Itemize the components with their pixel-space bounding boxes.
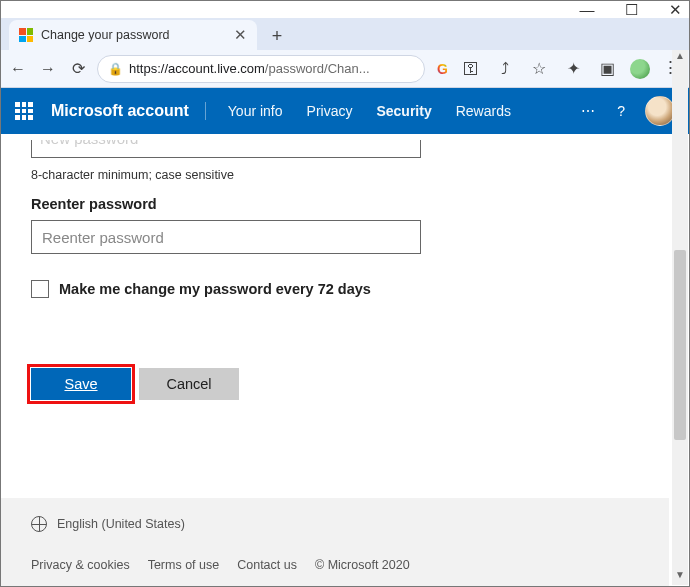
tab-close-icon[interactable]: ✕ [234,26,247,44]
nav-your-info[interactable]: Your info [228,103,283,119]
page-footer: English (United States) Privacy & cookie… [1,498,669,586]
header-nav: Your info Privacy Security Rewards [228,103,563,119]
extensions-icon[interactable]: ✦ [562,58,584,80]
lock-icon: 🔒 [108,62,123,76]
browser-toolbar: ← → ⟳ 🔒 https://account.live.com/passwor… [1,50,689,88]
nav-security[interactable]: Security [376,103,431,119]
reenter-label: Reenter password [31,196,659,212]
nav-more-icon[interactable]: ⋯ [581,103,597,119]
tab-title: Change your password [41,28,226,42]
account-avatar[interactable] [645,96,675,126]
tab-strip: Change your password ✕ + [1,18,689,50]
side-panel-icon[interactable]: ▣ [596,58,618,80]
browser-tab[interactable]: Change your password ✕ [9,20,257,50]
brand-title[interactable]: Microsoft account [51,102,206,120]
url-path: /password/Chan... [265,61,370,76]
footer-link-terms[interactable]: Terms of use [148,558,220,572]
language-selector[interactable]: English (United States) [57,517,185,531]
footer-copyright: © Microsoft 2020 [315,558,410,572]
expire-password-checkbox[interactable] [31,280,49,298]
scroll-up-icon[interactable]: ▲ [672,50,688,66]
url-host: https://account.live.com [129,61,265,76]
window-maximize-button[interactable]: ☐ [623,1,639,19]
expire-password-label: Make me change my password every 72 days [59,281,371,297]
nav-privacy[interactable]: Privacy [307,103,353,119]
save-button[interactable]: Save [31,368,131,400]
footer-link-contact[interactable]: Contact us [237,558,297,572]
microsoft-favicon-icon [19,28,33,42]
cancel-button[interactable]: Cancel [139,368,239,400]
new-password-input-partial[interactable]: New password [31,140,421,158]
new-tab-button[interactable]: + [263,22,291,50]
window-minimize-button[interactable]: — [579,1,595,18]
address-bar[interactable]: 🔒 https://account.live.com/password/Chan… [97,55,425,83]
scroll-thumb[interactable] [674,250,686,440]
globe-icon[interactable] [31,516,47,532]
back-button[interactable]: ← [7,58,29,80]
google-icon[interactable]: G [437,61,448,77]
profile-avatar-icon[interactable] [630,59,650,79]
reload-button[interactable]: ⟳ [67,58,89,80]
app-launcher-icon[interactable] [15,102,33,120]
password-key-icon[interactable]: ⚿ [460,58,482,80]
forward-button[interactable]: → [37,58,59,80]
scroll-down-icon[interactable]: ▼ [672,569,688,585]
share-icon[interactable]: ⤴ [494,58,516,80]
scrollbar[interactable]: ▲ ▼ [672,50,688,585]
page-content: New password 8-character minimum; case s… [1,134,689,514]
toolbar-right: G ⚿ ⤴ ☆ ✦ ▣ ⋮ [433,58,683,80]
window-titlebar: — ☐ ✕ [1,1,689,18]
footer-link-privacy[interactable]: Privacy & cookies [31,558,130,572]
window-close-button[interactable]: ✕ [667,1,683,19]
nav-rewards[interactable]: Rewards [456,103,511,119]
password-hint: 8-character minimum; case sensitive [31,168,659,182]
reenter-password-input[interactable] [31,220,421,254]
bookmark-star-icon[interactable]: ☆ [528,58,550,80]
site-header: Microsoft account Your info Privacy Secu… [1,88,689,134]
help-icon[interactable]: ? [617,103,625,119]
new-password-placeholder: New password [40,140,138,147]
